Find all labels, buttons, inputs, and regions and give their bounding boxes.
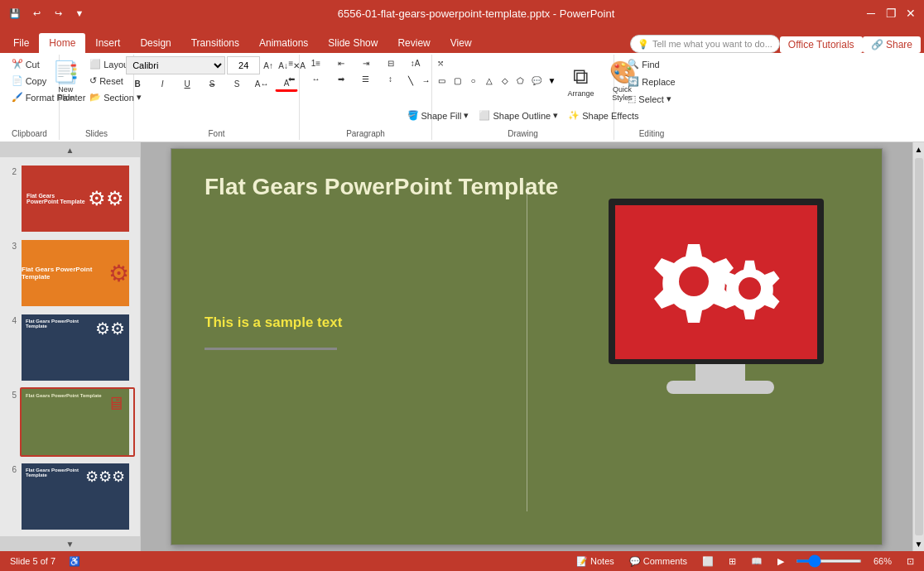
close-button[interactable]: ✕ [904,7,917,20]
slide-thumb-2[interactable]: 2 Flat Gears PowerPoint Template ⚙⚙ [5,164,135,233]
slides-group: 📑 New Slide ⬜Layout ▾ ↺Reset 📂Section ▾ … [60,55,134,140]
save-qat-button[interactable]: 💾 [7,5,23,22]
tab-slideshow[interactable]: Slide Show [318,33,387,53]
tab-design[interactable]: Design [130,33,180,53]
shapes-row: ╲ → ▭ ▢ ○ △ ◇ ⬠ 💬 ▼ ⧉ Arrange 🎨 [403,56,642,106]
tab-insert[interactable]: Insert [85,33,130,53]
format-painter-icon: 🖌️ [12,92,23,103]
monitor-illustration [609,199,832,394]
bold-button[interactable]: B [126,77,149,91]
underline-button[interactable]: U [176,77,199,91]
decrease-indent-button[interactable]: ⇤ [330,56,353,70]
shape-rounded-rect[interactable]: ▢ [450,74,465,86]
slide-thumb-3[interactable]: 3 Flat Gears PowerPoint Template ⚙ [5,238,135,308]
arrange-icon: ⧉ [573,65,589,87]
slide-info-text: Slide 5 of 7 [7,555,59,567]
customize-qat-button[interactable]: ▼ [71,5,88,22]
char-spacing-button[interactable]: A↔ [250,77,273,91]
thumb-s3: Flat Gears PowerPoint Template ⚙ [22,240,129,306]
share-button[interactable]: 🔗 Share [863,36,921,53]
align-right-button[interactable]: ➡ [330,72,353,86]
thumb-s6: Flat Gears PowerPoint Template ⚙⚙⚙ [22,463,129,530]
shape-rect[interactable]: ▭ [435,74,450,86]
shapes-more[interactable]: ▼ [545,74,560,86]
gear-small [719,257,781,322]
lightbulb-icon: 💡 [638,39,649,50]
strikethrough-button[interactable]: S [200,77,224,91]
columns-button[interactable]: ⊟ [379,56,402,70]
scroll-down-button[interactable]: ▼ [912,537,924,551]
redo-qat-button[interactable]: ↪ [50,5,66,22]
notes-button[interactable]: 📝 Notes [573,555,618,568]
slide-img-4: Flat Gears PowerPoint Template ⚙⚙ [20,313,135,382]
thumb-s5: Flat Gears PowerPoint Template 🖥 [22,389,129,455]
normal-view-button[interactable]: ⬜ [699,555,717,568]
align-center-button[interactable]: ↔ [305,72,328,86]
italic-button[interactable]: I [151,77,174,91]
slideshow-button[interactable]: ▶ [774,555,787,568]
fit-slide-button[interactable]: ⊡ [903,555,917,568]
bullets-button[interactable]: ≡ [280,56,303,70]
tab-file[interactable]: File [3,33,39,53]
effects-icon: ✨ [568,110,580,121]
numbering-button[interactable]: 1≡ [305,56,328,70]
zoom-slider[interactable] [796,559,862,563]
tell-me-bar[interactable]: 💡 Tell me what you want to do... [630,35,780,53]
zoom-level[interactable]: 66% [870,555,895,567]
accessibility-button[interactable]: ♿ [65,555,84,568]
shape-pentagon[interactable]: ⬠ [513,74,528,86]
tab-view[interactable]: View [440,33,482,53]
shape-diamond[interactable]: ◇ [498,74,513,86]
shape-line[interactable]: ╲ [403,74,418,86]
increase-indent-button[interactable]: ⇥ [354,56,378,70]
canvas-area: Flat Gears PowerPoint Template This is a… [141,142,912,551]
slide-img-2: Flat Gears PowerPoint Template ⚙⚙ [20,164,135,233]
slide-sorter-button[interactable]: ⊞ [725,555,739,568]
new-slide-button[interactable]: 📑 New Slide [47,56,84,106]
slide-canvas[interactable]: Flat Gears PowerPoint Template This is a… [171,148,883,545]
arrange-button[interactable]: ⧉ Arrange [561,56,601,106]
shadow-button[interactable]: S [225,77,248,91]
tab-review[interactable]: Review [387,33,440,53]
reading-view-button[interactable]: 📖 [748,555,766,568]
tab-transitions[interactable]: Transitions [181,33,249,53]
find-button[interactable]: 🔍Find [623,56,663,72]
justify-button[interactable]: ☰ [354,72,378,86]
replace-button[interactable]: 🔄Replace [623,74,679,89]
align-left-button[interactable]: ⬅ [280,72,303,86]
shape-callout[interactable]: 💬 [529,74,544,86]
slide-preview-3: Flat Gears PowerPoint Template ⚙ [22,240,129,306]
shape-fill-button[interactable]: 🪣Shape Fill ▾ [403,108,474,123]
right-scrollbar[interactable]: ▲ ▼ [912,142,924,551]
replace-icon: 🔄 [628,76,639,87]
shape-triangle[interactable]: △ [482,74,497,86]
office-tutorials-button[interactable]: Office Tutorials [780,36,863,53]
comments-button[interactable]: 💬 Comments [626,555,691,568]
select-button[interactable]: ⬚Select ▾ [623,91,676,107]
slide-panel-scroll: 2 Flat Gears PowerPoint Template ⚙⚙ 3 [0,157,140,536]
undo-qat-button[interactable]: ↩ [28,5,45,22]
editing-label: Editing [614,129,689,138]
shape-outline-button[interactable]: ⬜Shape Outline ▾ [474,108,562,123]
line-spacing-button[interactable]: ↕ [379,72,402,86]
slide-thumb-4[interactable]: 4 Flat Gears PowerPoint Template ⚙⚙ [5,313,135,382]
shape-circle[interactable]: ○ [466,74,481,86]
slide-thumb-5[interactable]: 5 Flat Gears PowerPoint Template 🖥 [5,387,135,457]
slide-thumb-6[interactable]: 6 Flat Gears PowerPoint Template ⚙⚙⚙ [5,462,135,531]
tab-home[interactable]: Home [39,33,85,53]
panel-scroll-down[interactable]: ▼ [0,536,140,551]
minimize-button[interactable]: ─ [864,7,878,20]
font-size-input[interactable] [227,56,260,74]
restore-button[interactable]: ❐ [884,7,898,20]
tab-animations[interactable]: Animations [249,33,318,53]
panel-scroll-up[interactable]: ▲ [0,142,140,157]
ribbon-tabs: File Home Insert Design Transitions Anim… [0,26,924,53]
paste-button[interactable]: 📋 Paste [0,56,6,106]
increase-font-button[interactable]: A↑ [262,60,275,72]
new-slide-icon: 📑 [52,61,79,83]
slide-img-6: Flat Gears PowerPoint Template ⚙⚙⚙ [20,462,135,531]
shape-arrow[interactable]: → [419,74,434,86]
scroll-up-button[interactable]: ▲ [912,142,924,156]
font-family-select[interactable]: Calibri [126,56,225,74]
scroll-thumb[interactable] [915,158,923,535]
